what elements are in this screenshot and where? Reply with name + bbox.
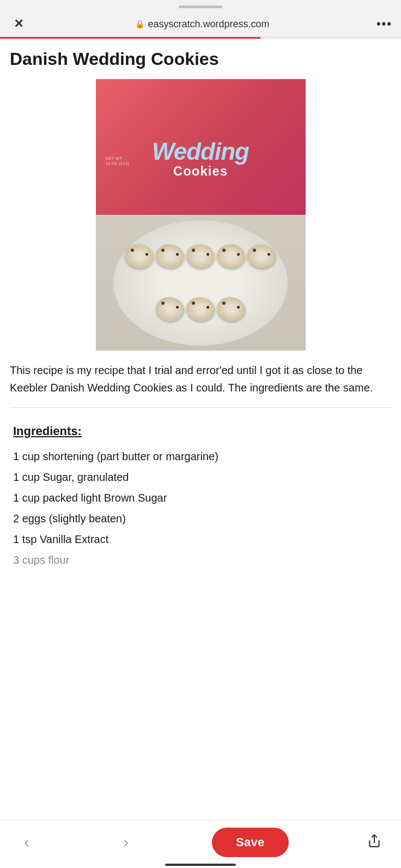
wedding-text: Wedding <box>152 140 249 164</box>
bottom-navigation: ‹ › Save <box>0 819 401 868</box>
ingredients-title: Ingredients: <box>13 424 388 438</box>
page-load-progress <box>0 37 401 39</box>
ingredient-item-6-partial: 3 cups flour <box>13 552 388 568</box>
back-button[interactable]: ‹ <box>13 834 40 851</box>
ingredient-item-4: 2 eggs (slightly beaten) <box>13 510 388 527</box>
cookie-3 <box>186 244 215 268</box>
ingredients-section: Ingredients: 1 cup shortening (part butt… <box>10 424 391 568</box>
recipe-image: Wedding Cookies NET WT.12 OZ (113) <box>96 79 306 351</box>
close-tab-button[interactable]: ✕ <box>9 17 28 31</box>
cookie-2 <box>156 244 184 268</box>
cookie-6 <box>156 297 184 321</box>
ingredient-item-3: 1 cup packed light Brown Sugar <box>13 490 388 506</box>
cookie-7 <box>186 297 215 321</box>
net-weight-text: NET WT.12 OZ (113) <box>106 156 129 166</box>
cookie-8 <box>217 297 245 321</box>
cookie-5 <box>247 244 276 268</box>
plate-area <box>96 215 306 351</box>
cookie-box-background: Wedding Cookies NET WT.12 OZ (113) <box>96 79 306 228</box>
page-title: Danish Wedding Cookies <box>10 49 391 69</box>
ingredient-item-1: 1 cup shortening (part butter or margari… <box>13 448 388 465</box>
recipe-image-container: Wedding Cookies NET WT.12 OZ (113) <box>10 79 391 351</box>
cookie-1 <box>125 244 154 268</box>
save-button[interactable]: Save <box>212 828 289 857</box>
share-button[interactable] <box>361 834 388 852</box>
url-area: 🔒 easyscratch.wordpress.com <box>28 19 376 30</box>
forward-button[interactable]: › <box>112 834 139 851</box>
ingredient-item-5: 1 tsp Vanilla Extract <box>13 531 388 547</box>
cookies-text: Cookies <box>173 164 228 179</box>
page-content: Danish Wedding Cookies Wedding Cookies N… <box>0 39 401 627</box>
browser-bar: ✕ 🔒 easyscratch.wordpress.com ••• <box>0 11 401 37</box>
image-background: Wedding Cookies NET WT.12 OZ (113) <box>96 79 306 351</box>
progress-fill <box>0 37 260 39</box>
bottom-spacer <box>10 572 391 627</box>
drag-handle <box>179 5 222 8</box>
lock-icon: 🔒 <box>135 20 144 28</box>
top-handle <box>0 0 401 11</box>
recipe-description: This recipe is my recipe that I trial an… <box>10 361 391 396</box>
url-text[interactable]: easyscratch.wordpress.com <box>148 19 269 30</box>
home-indicator <box>165 864 236 866</box>
ingredient-item-2: 1 cup Sugar, granulated <box>13 469 388 485</box>
cookie-plate <box>113 220 288 346</box>
more-options-button[interactable]: ••• <box>376 17 392 31</box>
cookie-4 <box>217 244 245 268</box>
divider <box>10 407 391 408</box>
